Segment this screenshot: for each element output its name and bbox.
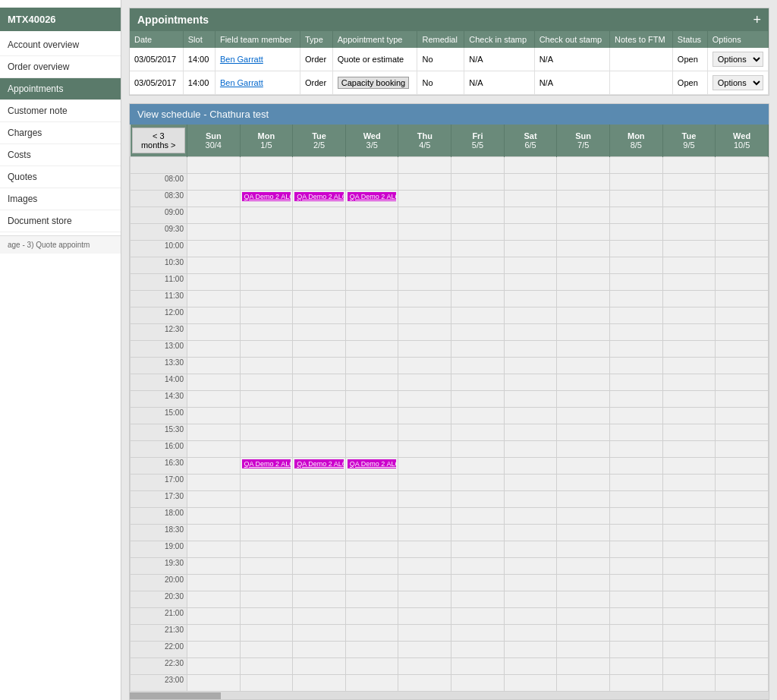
calendar-cell bbox=[345, 241, 398, 257]
calendar-row: 21:00 bbox=[131, 608, 769, 625]
calendar-cell bbox=[293, 441, 346, 458]
calendar-cell bbox=[609, 391, 662, 408]
calendar-cell bbox=[240, 391, 293, 408]
row1-notes bbox=[610, 48, 673, 71]
calendar-cell bbox=[609, 541, 662, 558]
sidebar-item-order-overview[interactable]: Order overview bbox=[0, 56, 121, 78]
time-label: 18:00 bbox=[131, 508, 187, 525]
row1-ftm-link[interactable]: Ben Garratt bbox=[220, 55, 263, 64]
calendar-cell bbox=[451, 324, 505, 341]
event-link[interactable]: QA Demo 2 AL6 bbox=[297, 193, 344, 200]
sidebar-item-document-store[interactable]: Document store bbox=[0, 210, 121, 232]
calendar-cell bbox=[609, 224, 662, 241]
time-label: 10:00 bbox=[131, 241, 187, 257]
sidebar-item-charges[interactable]: Charges bbox=[0, 122, 121, 144]
calendar-row: 22:00 bbox=[131, 642, 769, 658]
calendar-cell bbox=[345, 374, 398, 391]
row2-options-select[interactable]: Options bbox=[713, 75, 763, 90]
row1-checkin: N/A bbox=[464, 48, 534, 71]
calendar-cell bbox=[716, 441, 769, 458]
calendar-event[interactable]: QA Demo 2 AL6 bbox=[294, 459, 344, 468]
time-label: 21:00 bbox=[131, 608, 187, 625]
sidebar-item-costs[interactable]: Costs bbox=[0, 144, 121, 166]
event-link[interactable]: QA Demo 2 AL6 bbox=[244, 460, 291, 468]
calendar-cell bbox=[662, 525, 716, 541]
time-label: 09:00 bbox=[131, 207, 187, 224]
calendar-cell bbox=[240, 475, 293, 491]
calendar-cell bbox=[451, 307, 505, 324]
time-label: 11:00 bbox=[131, 274, 187, 291]
calendar-event[interactable]: QA Demo 2 AL6 bbox=[294, 192, 344, 201]
calendar-cell bbox=[504, 458, 557, 475]
calendar-cell bbox=[451, 174, 505, 191]
scrollbar[interactable] bbox=[130, 692, 769, 699]
calendar-row: 10:00 bbox=[131, 241, 769, 257]
calendar-cell bbox=[187, 424, 240, 441]
time-label: 19:30 bbox=[131, 558, 187, 575]
calendar-cell bbox=[557, 207, 610, 224]
sidebar-item-appointments[interactable]: Appointments bbox=[0, 78, 121, 100]
row2-ftm-link[interactable]: Ben Garratt bbox=[220, 78, 263, 87]
sidebar-item-customer-note[interactable]: Customer note bbox=[0, 100, 121, 122]
calendar-cell bbox=[504, 658, 557, 675]
event-link[interactable]: QA Demo 2 AL6 bbox=[350, 193, 397, 200]
event-link[interactable]: QA Demo 2 AL6 bbox=[297, 460, 344, 468]
calendar-cell bbox=[398, 675, 451, 692]
sidebar-item-account-overview[interactable]: Account overview bbox=[0, 34, 121, 56]
calendar-row: 08:00 bbox=[131, 174, 769, 191]
calendar-row: 18:30 bbox=[131, 525, 769, 541]
calendar-cell bbox=[293, 358, 346, 374]
calendar-cell bbox=[609, 257, 662, 274]
calendar-event[interactable]: QA Demo 2 AL6 bbox=[348, 192, 397, 201]
calendar-cell bbox=[398, 274, 451, 291]
calendar-cell bbox=[345, 257, 398, 274]
calendar-cell bbox=[451, 291, 505, 307]
calendar-row: 17:30 bbox=[131, 491, 769, 508]
calendar-row: 17:00 bbox=[131, 475, 769, 491]
calendar-cell bbox=[662, 541, 716, 558]
calendar-cell bbox=[293, 608, 346, 625]
calendar-cell bbox=[662, 241, 716, 257]
time-label: 22:00 bbox=[131, 642, 187, 658]
calendar-event[interactable]: QA Demo 2 AL6 bbox=[242, 192, 291, 201]
sidebar-item-images[interactable]: Images bbox=[0, 188, 121, 210]
row2-options: Options bbox=[707, 71, 768, 95]
calendar-cell bbox=[451, 475, 505, 491]
sidebar-item-quotes[interactable]: Quotes bbox=[0, 166, 121, 188]
calendar-event[interactable]: QA Demo 2 AL6 bbox=[242, 459, 291, 468]
calendar-cell bbox=[345, 541, 398, 558]
scroll-thumb[interactable] bbox=[130, 692, 221, 700]
calendar-cell bbox=[451, 191, 505, 207]
calendar-cell bbox=[504, 174, 557, 191]
calendar-cell bbox=[451, 558, 505, 575]
col-ftm: Field team member bbox=[215, 31, 300, 48]
calendar-cell bbox=[187, 625, 240, 642]
add-appointment-button[interactable]: + bbox=[753, 13, 761, 27]
calendar-cell bbox=[609, 374, 662, 391]
event-link[interactable]: QA Demo 2 AL6 bbox=[350, 460, 397, 468]
calendar-cell bbox=[398, 475, 451, 491]
event-link[interactable]: QA Demo 2 AL6 bbox=[244, 193, 291, 200]
time-label: 08:00 bbox=[131, 174, 187, 191]
calendar-cell bbox=[609, 157, 662, 174]
time-label: 19:00 bbox=[131, 541, 187, 558]
schedule-title: View schedule - Chathura test bbox=[130, 104, 769, 125]
calendar-cell bbox=[293, 274, 346, 291]
calendar-cell bbox=[557, 224, 610, 241]
calendar-cell bbox=[609, 274, 662, 291]
calendar-cell bbox=[504, 424, 557, 441]
calendar-cell bbox=[451, 591, 505, 608]
calendar-cell bbox=[187, 274, 240, 291]
calendar-row: 11:00 bbox=[131, 274, 769, 291]
calendar-cell bbox=[662, 675, 716, 692]
calendar-cell: QA Demo 2 AL6 bbox=[293, 458, 346, 475]
prev-months-button[interactable]: < 3 months > bbox=[132, 128, 185, 153]
calendar-cell bbox=[504, 274, 557, 291]
row1-options-select[interactable]: Options bbox=[713, 52, 763, 67]
row2-type: Order bbox=[300, 71, 333, 95]
appointments-header: Appointments + bbox=[130, 8, 769, 31]
calendar-cell bbox=[557, 307, 610, 324]
calendar-event[interactable]: QA Demo 2 AL6 bbox=[348, 459, 397, 468]
calendar-cell bbox=[716, 525, 769, 541]
calendar-cell bbox=[293, 575, 346, 591]
